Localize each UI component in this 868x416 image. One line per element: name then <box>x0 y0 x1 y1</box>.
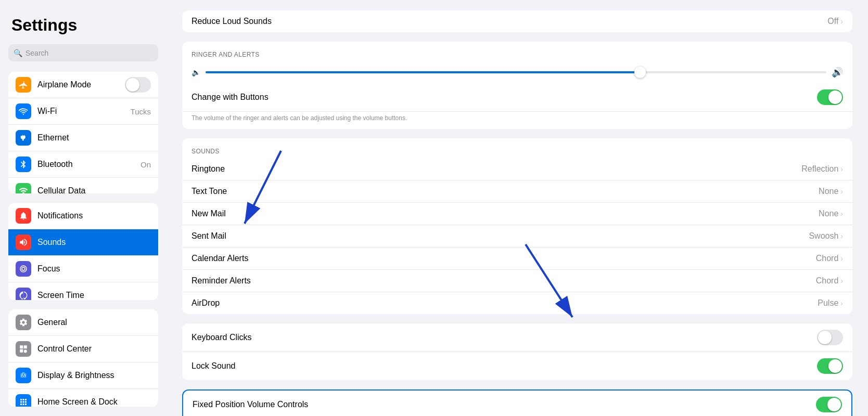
lock-sound-row[interactable]: Lock Sound <box>182 352 852 380</box>
reduce-loud-sounds-row[interactable]: Reduce Loud Sounds Off › <box>182 10 852 32</box>
search-placeholder: Search <box>25 49 48 57</box>
wifi-label: Wi-Fi <box>37 107 124 116</box>
reduce-loud-sounds-label: Reduce Loud Sounds <box>192 17 822 26</box>
main-content: Reduce Loud Sounds Off › RINGER AND ALER… <box>167 0 868 416</box>
sidebar-item-control-center[interactable]: Control Center <box>8 336 158 362</box>
sounds-label: Sounds <box>37 238 151 247</box>
slider-fill <box>206 71 640 73</box>
volume-low-icon: 🔈 <box>192 68 200 76</box>
ringtone-chevron: › <box>840 165 843 173</box>
sidebar-title: Settings <box>8 16 158 35</box>
sidebar-item-sounds[interactable]: Sounds <box>8 229 158 256</box>
search-icon: 🔍 <box>14 49 22 57</box>
bluetooth-value: On <box>141 160 151 169</box>
reduce-loud-sounds-value: Off › <box>827 17 843 26</box>
calendar-alerts-label: Calendar Alerts <box>192 254 811 263</box>
wifi-value: Tucks <box>131 107 151 116</box>
network-group: Airplane Mode Wi-Fi Tucks Ethernet Bluet… <box>8 72 158 193</box>
keyboard-clicks-toggle[interactable] <box>817 330 843 345</box>
sidebar-item-general[interactable]: General <box>8 309 158 336</box>
sounds-section: SOUNDS Ringtone Reflection › Text Tone N… <box>182 138 852 314</box>
notifications-label: Notifications <box>37 211 151 220</box>
cellular-label: Cellular Data <box>37 186 151 193</box>
notifications-group: Notifications Sounds Focus Screen Time <box>8 203 158 300</box>
text-tone-chevron: › <box>840 187 843 196</box>
keyboard-lock-section: Keyboard Clicks Lock Sound <box>182 323 852 380</box>
bluetooth-label: Bluetooth <box>37 160 134 169</box>
airdrop-row[interactable]: AirDrop Pulse › <box>182 292 852 314</box>
ringer-description: The volume of the ringer and alerts can … <box>182 112 852 129</box>
general-icon <box>16 315 31 330</box>
sounds-header: SOUNDS <box>182 138 852 158</box>
control-center-icon <box>16 341 31 357</box>
sounds-icon <box>16 235 31 250</box>
sidebar-item-screen-time[interactable]: Screen Time <box>8 282 158 300</box>
display-label: Display & Brightness <box>37 371 151 380</box>
sidebar-item-wifi[interactable]: Wi-Fi Tucks <box>8 98 158 125</box>
ringer-header: RINGER AND ALERTS <box>182 42 852 61</box>
airdrop-value: Pulse › <box>818 298 843 308</box>
search-box[interactable]: 🔍 Search <box>8 44 158 61</box>
sidebar-item-display[interactable]: AA Display & Brightness <box>8 362 158 389</box>
ringtone-row[interactable]: Ringtone Reflection › <box>182 158 852 180</box>
cellular-icon <box>16 183 31 193</box>
sidebar: Settings 🔍 Search Airplane Mode Wi-Fi Tu… <box>0 0 167 416</box>
sent-mail-label: Sent Mail <box>192 231 803 241</box>
display-icon: AA <box>16 368 31 383</box>
change-with-buttons-label: Change with Buttons <box>192 93 812 102</box>
fixed-position-row[interactable]: Fixed Position Volume Controls <box>183 391 851 416</box>
general-label: General <box>37 318 151 327</box>
airplane-mode-icon <box>16 77 31 93</box>
volume-high-icon: 🔊 <box>832 67 843 78</box>
ringer-section: RINGER AND ALERTS 🔈 🔊 Change with Button… <box>182 42 852 129</box>
reminder-alerts-chevron: › <box>840 277 843 285</box>
calendar-alerts-chevron: › <box>840 254 843 263</box>
focus-icon <box>16 261 31 277</box>
sidebar-item-home-screen[interactable]: Home Screen & Dock <box>8 389 158 407</box>
change-with-buttons-row[interactable]: Change with Buttons <box>182 83 852 112</box>
ringtone-value: Reflection › <box>801 164 843 174</box>
control-center-label: Control Center <box>37 344 151 354</box>
sent-mail-chevron: › <box>840 232 843 240</box>
sidebar-item-cellular[interactable]: Cellular Data <box>8 178 158 193</box>
airdrop-label: AirDrop <box>192 298 812 308</box>
calendar-alerts-row[interactable]: Calendar Alerts Chord › <box>182 248 852 270</box>
sidebar-item-bluetooth[interactable]: Bluetooth On <box>8 151 158 178</box>
reminder-alerts-value: Chord › <box>816 276 843 285</box>
fixed-position-toggle[interactable] <box>816 397 842 412</box>
slider-thumb[interactable] <box>634 67 646 78</box>
text-tone-row[interactable]: Text Tone None › <box>182 180 852 203</box>
fixed-position-section: Fixed Position Volume Controls When enab… <box>182 389 852 416</box>
keyboard-clicks-label: Keyboard Clicks <box>192 333 812 342</box>
text-tone-label: Text Tone <box>192 187 813 196</box>
new-mail-label: New Mail <box>192 209 813 218</box>
calendar-alerts-value: Chord › <box>816 254 843 263</box>
lock-sound-label: Lock Sound <box>192 361 812 371</box>
general-group: General Control Center AA Display & Brig… <box>8 309 158 407</box>
lock-sound-toggle[interactable] <box>817 358 843 374</box>
reminder-alerts-row[interactable]: Reminder Alerts Chord › <box>182 270 852 292</box>
reminder-alerts-label: Reminder Alerts <box>192 276 811 285</box>
new-mail-value: None › <box>819 209 843 218</box>
fixed-position-label: Fixed Position Volume Controls <box>193 400 811 409</box>
airplane-mode-label: Airplane Mode <box>37 80 119 89</box>
reduce-loud-sounds-section: Reduce Loud Sounds Off › <box>182 10 852 32</box>
airdrop-chevron: › <box>840 299 843 307</box>
sidebar-item-notifications[interactable]: Notifications <box>8 203 158 229</box>
keyboard-clicks-row[interactable]: Keyboard Clicks <box>182 323 852 352</box>
sidebar-item-airplane-mode[interactable]: Airplane Mode <box>8 72 158 98</box>
svg-text:AA: AA <box>21 373 26 377</box>
volume-slider[interactable] <box>206 71 826 73</box>
sidebar-item-ethernet[interactable]: Ethernet <box>8 125 158 151</box>
bluetooth-icon <box>16 157 31 172</box>
change-with-buttons-toggle[interactable] <box>817 89 843 105</box>
ethernet-label: Ethernet <box>37 133 151 142</box>
reduce-loud-sounds-chevron: › <box>840 17 843 25</box>
new-mail-row[interactable]: New Mail None › <box>182 203 852 225</box>
sidebar-item-focus[interactable]: Focus <box>8 256 158 282</box>
sent-mail-row[interactable]: Sent Mail Swoosh › <box>182 225 852 248</box>
airplane-mode-toggle[interactable] <box>125 77 151 93</box>
home-screen-icon <box>16 394 31 407</box>
focus-label: Focus <box>37 264 151 274</box>
volume-slider-row: 🔈 🔊 <box>182 61 852 83</box>
